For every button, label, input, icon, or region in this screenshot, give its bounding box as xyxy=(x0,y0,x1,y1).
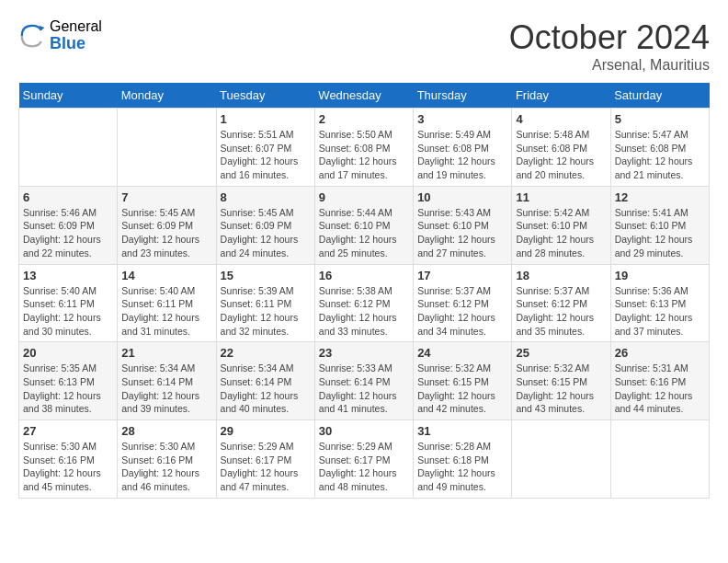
location: Arsenal, Mauritius xyxy=(509,57,710,74)
day-info: Sunrise: 5:43 AMSunset: 6:10 PMDaylight:… xyxy=(417,206,507,260)
page-container: General Blue October 2024 Arsenal, Mauri… xyxy=(18,18,710,499)
day-info: Sunrise: 5:41 AMSunset: 6:10 PMDaylight:… xyxy=(615,206,705,260)
day-number: 21 xyxy=(121,346,211,360)
weekday-header-row: SundayMondayTuesdayWednesdayThursdayFrid… xyxy=(19,83,710,109)
calendar-week-row: 27Sunrise: 5:30 AMSunset: 6:16 PMDayligh… xyxy=(19,420,710,499)
calendar-cell: 12Sunrise: 5:41 AMSunset: 6:10 PMDayligh… xyxy=(610,186,709,264)
day-info: Sunrise: 5:37 AMSunset: 6:12 PMDaylight:… xyxy=(417,284,507,339)
day-number: 9 xyxy=(319,190,409,204)
day-number: 16 xyxy=(319,269,409,282)
day-number: 14 xyxy=(121,269,211,282)
day-info: Sunrise: 5:40 AMSunset: 6:11 PMDaylight:… xyxy=(121,284,211,339)
calendar-cell: 10Sunrise: 5:43 AMSunset: 6:10 PMDayligh… xyxy=(414,186,512,264)
day-info: Sunrise: 5:38 AMSunset: 6:12 PMDaylight:… xyxy=(319,284,409,339)
calendar-week-row: 6Sunrise: 5:46 AMSunset: 6:09 PMDaylight… xyxy=(19,186,710,264)
day-number: 18 xyxy=(516,269,606,282)
day-info: Sunrise: 5:40 AMSunset: 6:11 PMDaylight:… xyxy=(23,284,113,339)
day-number: 24 xyxy=(417,346,507,360)
calendar-cell: 27Sunrise: 5:30 AMSunset: 6:16 PMDayligh… xyxy=(19,420,118,499)
calendar-cell: 25Sunrise: 5:32 AMSunset: 6:15 PMDayligh… xyxy=(512,342,610,420)
day-number: 4 xyxy=(516,112,606,126)
calendar-cell: 28Sunrise: 5:30 AMSunset: 6:16 PMDayligh… xyxy=(118,420,216,499)
calendar-cell: 7Sunrise: 5:45 AMSunset: 6:09 PMDaylight… xyxy=(118,186,216,264)
weekday-header-thursday: Thursday xyxy=(414,83,512,109)
month-title: October 2024 xyxy=(509,18,710,57)
calendar-cell xyxy=(118,109,216,187)
title-area: October 2024 Arsenal, Mauritius xyxy=(509,18,710,74)
day-number: 17 xyxy=(417,269,507,282)
calendar-cell: 15Sunrise: 5:39 AMSunset: 6:11 PMDayligh… xyxy=(216,264,314,342)
weekday-header-sunday: Sunday xyxy=(19,83,118,109)
weekday-header-monday: Monday xyxy=(118,83,216,109)
day-number: 30 xyxy=(319,424,409,438)
day-number: 26 xyxy=(615,346,705,360)
day-info: Sunrise: 5:34 AMSunset: 6:14 PMDaylight:… xyxy=(221,362,311,416)
day-number: 11 xyxy=(516,190,606,204)
day-info: Sunrise: 5:33 AMSunset: 6:14 PMDaylight:… xyxy=(319,362,409,416)
calendar-cell: 16Sunrise: 5:38 AMSunset: 6:12 PMDayligh… xyxy=(314,264,413,342)
calendar-week-row: 1Sunrise: 5:51 AMSunset: 6:07 PMDaylight… xyxy=(19,109,710,187)
day-number: 13 xyxy=(23,269,113,282)
calendar-week-row: 13Sunrise: 5:40 AMSunset: 6:11 PMDayligh… xyxy=(19,264,710,342)
day-info: Sunrise: 5:37 AMSunset: 6:12 PMDaylight:… xyxy=(516,284,606,339)
day-info: Sunrise: 5:45 AMSunset: 6:09 PMDaylight:… xyxy=(121,206,211,260)
calendar-cell: 9Sunrise: 5:44 AMSunset: 6:10 PMDaylight… xyxy=(314,186,413,264)
calendar-cell: 21Sunrise: 5:34 AMSunset: 6:14 PMDayligh… xyxy=(118,342,216,420)
day-info: Sunrise: 5:29 AMSunset: 6:17 PMDaylight:… xyxy=(319,440,409,494)
day-number: 25 xyxy=(516,346,606,360)
calendar-cell: 26Sunrise: 5:31 AMSunset: 6:16 PMDayligh… xyxy=(610,342,709,420)
logo-blue: Blue xyxy=(50,35,102,53)
day-info: Sunrise: 5:46 AMSunset: 6:09 PMDaylight:… xyxy=(23,206,113,260)
day-info: Sunrise: 5:29 AMSunset: 6:17 PMDaylight:… xyxy=(221,440,311,494)
weekday-header-saturday: Saturday xyxy=(610,83,709,109)
day-info: Sunrise: 5:31 AMSunset: 6:16 PMDaylight:… xyxy=(615,362,705,416)
calendar-cell: 22Sunrise: 5:34 AMSunset: 6:14 PMDayligh… xyxy=(216,342,314,420)
calendar-cell xyxy=(19,109,118,187)
calendar-cell: 1Sunrise: 5:51 AMSunset: 6:07 PMDaylight… xyxy=(216,109,314,187)
day-number: 27 xyxy=(23,424,113,438)
calendar-cell: 17Sunrise: 5:37 AMSunset: 6:12 PMDayligh… xyxy=(414,264,512,342)
day-info: Sunrise: 5:32 AMSunset: 6:15 PMDaylight:… xyxy=(417,362,507,416)
calendar-week-row: 20Sunrise: 5:35 AMSunset: 6:13 PMDayligh… xyxy=(19,342,710,420)
calendar-cell: 11Sunrise: 5:42 AMSunset: 6:10 PMDayligh… xyxy=(512,186,610,264)
weekday-header-friday: Friday xyxy=(512,83,610,109)
day-info: Sunrise: 5:36 AMSunset: 6:13 PMDaylight:… xyxy=(615,284,705,339)
day-number: 22 xyxy=(221,346,311,360)
day-number: 19 xyxy=(615,269,705,282)
weekday-header-wednesday: Wednesday xyxy=(314,83,413,109)
logo-general: General xyxy=(50,18,102,35)
calendar-cell: 30Sunrise: 5:29 AMSunset: 6:17 PMDayligh… xyxy=(314,420,413,499)
day-number: 10 xyxy=(417,190,507,204)
day-info: Sunrise: 5:44 AMSunset: 6:10 PMDaylight:… xyxy=(319,206,409,260)
header: General Blue October 2024 Arsenal, Mauri… xyxy=(18,18,710,74)
calendar-cell: 4Sunrise: 5:48 AMSunset: 6:08 PMDaylight… xyxy=(512,109,610,187)
calendar-cell: 19Sunrise: 5:36 AMSunset: 6:13 PMDayligh… xyxy=(610,264,709,342)
day-number: 31 xyxy=(417,424,507,438)
calendar-cell: 20Sunrise: 5:35 AMSunset: 6:13 PMDayligh… xyxy=(19,342,118,420)
day-number: 1 xyxy=(221,112,311,126)
day-number: 6 xyxy=(23,190,113,204)
day-number: 7 xyxy=(121,190,211,204)
day-number: 2 xyxy=(319,112,409,126)
weekday-header-tuesday: Tuesday xyxy=(216,83,314,109)
day-info: Sunrise: 5:32 AMSunset: 6:15 PMDaylight:… xyxy=(516,362,606,416)
day-number: 23 xyxy=(319,346,409,360)
day-info: Sunrise: 5:48 AMSunset: 6:08 PMDaylight:… xyxy=(516,128,606,182)
logo-icon xyxy=(18,22,46,50)
day-number: 15 xyxy=(221,269,311,282)
day-number: 28 xyxy=(121,424,211,438)
day-number: 5 xyxy=(615,112,705,126)
calendar-cell: 31Sunrise: 5:28 AMSunset: 6:18 PMDayligh… xyxy=(414,420,512,499)
day-info: Sunrise: 5:50 AMSunset: 6:08 PMDaylight:… xyxy=(319,128,409,182)
logo: General Blue xyxy=(18,18,102,52)
calendar-cell: 2Sunrise: 5:50 AMSunset: 6:08 PMDaylight… xyxy=(314,109,413,187)
calendar-cell: 3Sunrise: 5:49 AMSunset: 6:08 PMDaylight… xyxy=(414,109,512,187)
day-info: Sunrise: 5:49 AMSunset: 6:08 PMDaylight:… xyxy=(417,128,507,182)
calendar-cell: 14Sunrise: 5:40 AMSunset: 6:11 PMDayligh… xyxy=(118,264,216,342)
day-info: Sunrise: 5:30 AMSunset: 6:16 PMDaylight:… xyxy=(23,440,113,494)
calendar-cell xyxy=(610,420,709,499)
day-number: 29 xyxy=(221,424,311,438)
day-number: 3 xyxy=(417,112,507,126)
day-info: Sunrise: 5:42 AMSunset: 6:10 PMDaylight:… xyxy=(516,206,606,260)
day-number: 12 xyxy=(615,190,705,204)
